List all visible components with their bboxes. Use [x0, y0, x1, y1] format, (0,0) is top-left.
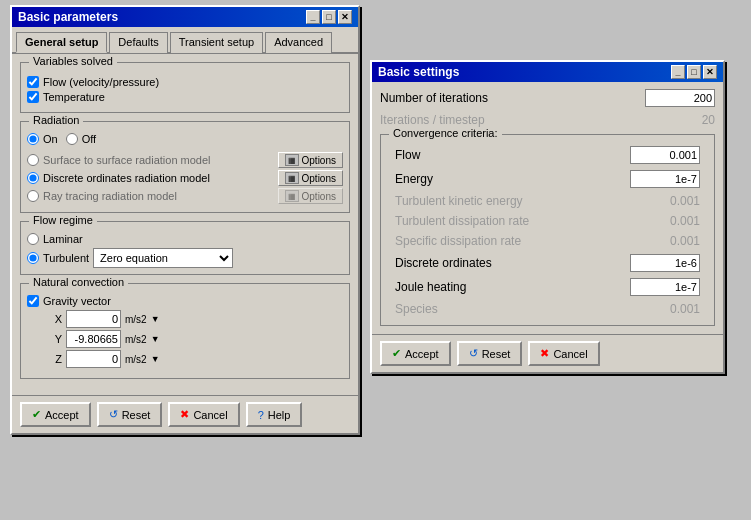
ray-options-icon: ▦ — [285, 190, 299, 202]
variables-solved-label: Variables solved — [29, 55, 117, 67]
reset-icon: ↺ — [109, 408, 118, 421]
settings-accept-button[interactable]: ✔ Accept — [380, 341, 451, 366]
convergence-tdr-value: 0.001 — [630, 214, 700, 228]
settings-reset-button[interactable]: ↺ Reset — [457, 341, 523, 366]
reset-label: Reset — [122, 409, 151, 421]
surface-radiation-row: Surface to surface radiation model ▦Opti… — [27, 152, 343, 168]
settings-close-button[interactable]: ✕ — [703, 65, 717, 79]
settings-minimize-button[interactable]: _ — [671, 65, 685, 79]
temperature-checkbox-row: Temperature — [27, 91, 343, 103]
settings-accept-label: Accept — [405, 348, 439, 360]
cancel-label: Cancel — [193, 409, 227, 421]
gravity-label[interactable]: Gravity vector — [43, 295, 111, 307]
basic-parameters-title: Basic parameters — [18, 10, 118, 24]
gravity-z-input[interactable] — [66, 350, 121, 368]
flow-label[interactable]: Flow (velocity/pressure) — [43, 76, 159, 88]
convergence-species-row: Species 0.001 — [387, 299, 708, 319]
convergence-jh-input[interactable] — [630, 278, 700, 296]
convergence-energy-label: Energy — [395, 172, 624, 186]
gravity-checkbox[interactable] — [27, 295, 39, 307]
gravity-vector-row: Gravity vector — [27, 295, 343, 307]
radiation-off-label[interactable]: Off — [82, 133, 96, 145]
basic-parameters-window: Basic parameters _ □ ✕ General setup Def… — [10, 5, 360, 435]
cancel-icon: ✖ — [180, 408, 189, 421]
convergence-species-label: Species — [395, 302, 624, 316]
tab-transient-setup[interactable]: Transient setup — [170, 32, 263, 53]
convergence-flow-label: Flow — [395, 148, 624, 162]
help-label: Help — [268, 409, 291, 421]
convergence-do-input[interactable] — [630, 254, 700, 272]
general-setup-content: Variables solved Flow (velocity/pressure… — [12, 54, 358, 395]
convergence-tke-row: Turbulent kinetic energy 0.001 — [387, 191, 708, 211]
tab-advanced[interactable]: Advanced — [265, 32, 332, 53]
tab-general-setup[interactable]: General setup — [16, 32, 107, 53]
basic-params-buttons: ✔ Accept ↺ Reset ✖ Cancel ? Help — [12, 395, 358, 433]
timestep-value: 20 — [645, 113, 715, 127]
timestep-label: Iterations / timestep — [380, 113, 639, 127]
convergence-jh-label: Joule heating — [395, 280, 624, 294]
turbulent-radio[interactable] — [27, 252, 39, 264]
accept-button[interactable]: ✔ Accept — [20, 402, 91, 427]
surface-radiation-label[interactable]: Surface to surface radiation model — [43, 154, 211, 166]
convergence-energy-input[interactable] — [630, 170, 700, 188]
discrete-options-button[interactable]: ▦Options — [278, 170, 343, 186]
radiation-on-row: On — [27, 133, 58, 145]
minimize-button[interactable]: _ — [306, 10, 320, 24]
settings-title-buttons: _ □ ✕ — [671, 65, 717, 79]
ray-options-button[interactable]: ▦Options — [278, 188, 343, 204]
settings-reset-icon: ↺ — [469, 347, 478, 360]
iterations-input[interactable] — [645, 89, 715, 107]
close-button[interactable]: ✕ — [338, 10, 352, 24]
discrete-options-icon: ▦ — [285, 172, 299, 184]
gravity-y-unit: m/s2 — [125, 334, 147, 345]
temperature-checkbox[interactable] — [27, 91, 39, 103]
laminar-row: Laminar — [27, 233, 343, 245]
convergence-label: Convergence criteria: — [389, 127, 502, 139]
basic-settings-window: Basic settings _ □ ✕ Number of iteration… — [370, 60, 725, 374]
convergence-do-label: Discrete ordinates — [395, 256, 624, 270]
variables-solved-group: Variables solved Flow (velocity/pressure… — [20, 62, 350, 113]
gravity-x-input[interactable] — [66, 310, 121, 328]
gravity-x-unit: m/s2 — [125, 314, 147, 325]
gravity-y-arrow: ▼ — [151, 334, 160, 344]
maximize-button[interactable]: □ — [322, 10, 336, 24]
discrete-radiation-radio[interactable] — [27, 172, 39, 184]
natural-convection-group: Natural convection Gravity vector X m/s2… — [20, 283, 350, 379]
cancel-button[interactable]: ✖ Cancel — [168, 402, 239, 427]
surface-options-icon: ▦ — [285, 154, 299, 166]
settings-maximize-button[interactable]: □ — [687, 65, 701, 79]
ray-radiation-radio[interactable] — [27, 190, 39, 202]
convergence-species-value: 0.001 — [630, 302, 700, 316]
convergence-items: Flow Energy Turbulent kinetic energy 0.0… — [387, 137, 708, 319]
surface-radiation-radio[interactable] — [27, 154, 39, 166]
gravity-y-input[interactable] — [66, 330, 121, 348]
convergence-sdr-value: 0.001 — [630, 234, 700, 248]
temperature-label[interactable]: Temperature — [43, 91, 105, 103]
reset-button[interactable]: ↺ Reset — [97, 402, 163, 427]
turbulent-model-select[interactable]: Zero equation Standard k-epsilon RNG k-e… — [93, 248, 233, 268]
gravity-z-label: Z — [47, 353, 62, 365]
convergence-group: Convergence criteria: Flow Energy Turbul… — [380, 134, 715, 326]
settings-cancel-button[interactable]: ✖ Cancel — [528, 341, 599, 366]
laminar-radio[interactable] — [27, 233, 39, 245]
discrete-radiation-label[interactable]: Discrete ordinates radiation model — [43, 172, 210, 184]
flow-regime-label: Flow regime — [29, 214, 97, 226]
gravity-y-row: Y m/s2 ▼ — [47, 330, 343, 348]
flow-checkbox[interactable] — [27, 76, 39, 88]
settings-cancel-icon: ✖ — [540, 347, 549, 360]
radiation-on-radio[interactable] — [27, 133, 39, 145]
gravity-inputs: X m/s2 ▼ Y m/s2 ▼ Z m/s2 ▼ — [47, 310, 343, 368]
convergence-jh-row: Joule heating — [387, 275, 708, 299]
surface-options-button[interactable]: ▦Options — [278, 152, 343, 168]
radiation-on-label[interactable]: On — [43, 133, 58, 145]
ray-radiation-label[interactable]: Ray tracing radiation model — [43, 190, 177, 202]
radiation-off-radio[interactable] — [66, 133, 78, 145]
convergence-flow-input[interactable] — [630, 146, 700, 164]
tab-defaults[interactable]: Defaults — [109, 32, 167, 53]
help-button[interactable]: ? Help — [246, 402, 303, 427]
natural-convection-label: Natural convection — [29, 276, 128, 288]
laminar-label[interactable]: Laminar — [43, 233, 83, 245]
convergence-do-row: Discrete ordinates — [387, 251, 708, 275]
turbulent-label[interactable]: Turbulent — [43, 252, 89, 264]
gravity-x-row: X m/s2 ▼ — [47, 310, 343, 328]
